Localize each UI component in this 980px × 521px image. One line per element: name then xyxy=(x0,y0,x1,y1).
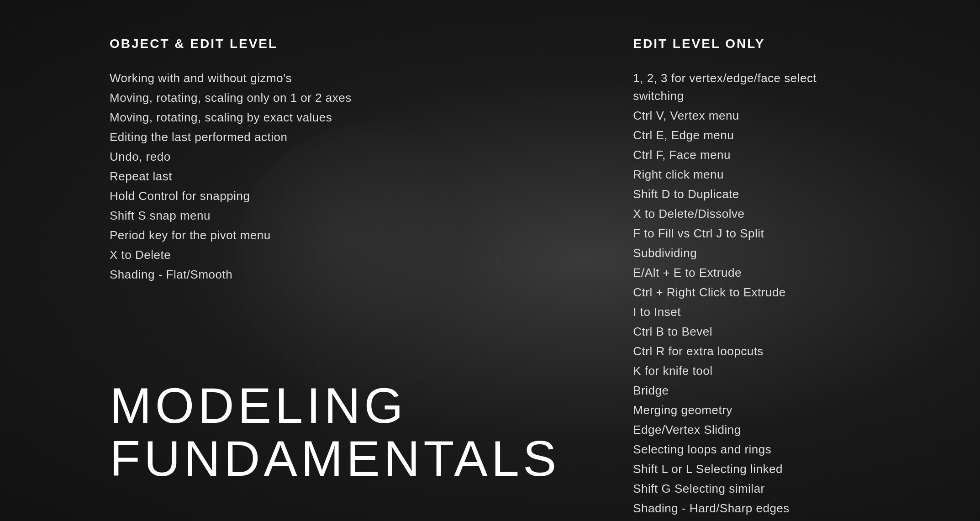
right-list-item: Ctrl E, Edge menu xyxy=(633,126,870,144)
left-list-item: Period key for the pivot menu xyxy=(110,226,560,244)
right-list-item: Edge/Vertex Sliding xyxy=(633,421,870,439)
right-column: EDIT LEVEL ONLY 1, 2, 3 for vertex/edge/… xyxy=(633,37,870,484)
right-item-list: 1, 2, 3 for vertex/edge/face select swit… xyxy=(633,69,870,521)
right-list-item: I to Inset xyxy=(633,303,870,321)
left-list-item: Repeat last xyxy=(110,168,560,185)
left-column: OBJECT & EDIT LEVEL Working with and wit… xyxy=(110,37,560,484)
right-list-item: K for knife tool xyxy=(633,362,870,380)
big-title-line2: FUNDAMENTALS xyxy=(110,432,560,485)
right-list-item: F to Fill vs Ctrl J to Split xyxy=(633,225,870,242)
right-list-item: Shift L or L Selecting linked xyxy=(633,460,870,478)
right-list-item: Subdividing xyxy=(633,244,870,262)
big-title-line1: MODELING xyxy=(110,379,560,432)
left-list-item: Shading - Flat/Smooth xyxy=(110,266,560,284)
right-list-item: Shading - Hard/Sharp edges xyxy=(633,500,870,517)
right-list-item: E/Alt + E to Extrude xyxy=(633,264,870,282)
right-list-item: Shift G Selecting similar xyxy=(633,480,870,498)
left-item-list: Working with and without gizmo'sMoving, … xyxy=(110,69,560,284)
right-list-item: Ctrl R for extra loopcuts xyxy=(633,342,870,360)
left-list-item: Hold Control for snapping xyxy=(110,187,560,205)
left-list-item: Shift S snap menu xyxy=(110,207,560,225)
big-title: MODELING FUNDAMENTALS xyxy=(110,379,560,484)
right-list-item: Alt N - Normals menu xyxy=(633,519,870,521)
right-list-item: X to Delete/Dissolve xyxy=(633,205,870,223)
right-section-title: EDIT LEVEL ONLY xyxy=(633,37,870,51)
right-list-item: Shift D to Duplicate xyxy=(633,185,870,203)
right-list-item: Selecting loops and rings xyxy=(633,441,870,458)
right-list-item: 1, 2, 3 for vertex/edge/face select swit… xyxy=(633,69,870,105)
left-list-item: Undo, redo xyxy=(110,148,560,166)
right-list-item: Right click menu xyxy=(633,166,870,184)
right-list-item: Bridge xyxy=(633,382,870,400)
big-title-area: MODELING FUNDAMENTALS xyxy=(110,352,560,484)
left-list-item: Moving, rotating, scaling only on 1 or 2… xyxy=(110,89,560,107)
left-list-item: Working with and without gizmo's xyxy=(110,69,560,87)
left-list-item: Editing the last performed action xyxy=(110,128,560,146)
right-list-item: Ctrl + Right Click to Extrude xyxy=(633,284,870,301)
left-list-item: X to Delete xyxy=(110,246,560,264)
left-section-title: OBJECT & EDIT LEVEL xyxy=(110,37,560,51)
right-list-item: Ctrl F, Face menu xyxy=(633,146,870,164)
right-list-item: Merging geometry xyxy=(633,401,870,419)
page-content: OBJECT & EDIT LEVEL Working with and wit… xyxy=(0,0,980,521)
left-list-item: Moving, rotating, scaling by exact value… xyxy=(110,109,560,126)
right-list-item: Ctrl V, Vertex menu xyxy=(633,107,870,125)
right-list-item: Ctrl B to Bevel xyxy=(633,323,870,341)
